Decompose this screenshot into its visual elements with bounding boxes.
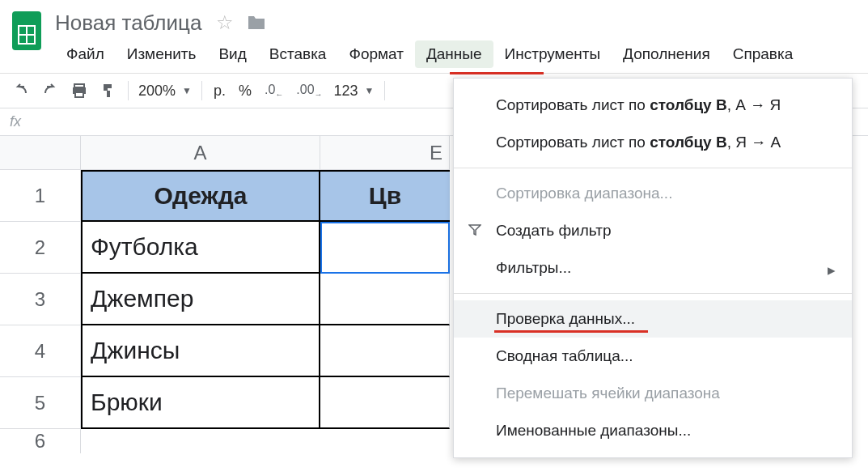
- zoom-value: 200%: [138, 83, 176, 100]
- menu-edit[interactable]: Изменить: [116, 40, 208, 68]
- menu-addons[interactable]: Дополнения: [612, 40, 722, 68]
- cell-b5[interactable]: [320, 377, 450, 429]
- print-button[interactable]: [65, 79, 94, 103]
- menu-bar: Файл Изменить Вид Вставка Формат Данные …: [55, 40, 858, 68]
- fx-label: fx: [10, 113, 21, 130]
- menu-sort-range: Сортировка диапазона...: [454, 175, 852, 212]
- annotation-underline-menu: [450, 72, 544, 74]
- toolbar-separator: [384, 81, 385, 100]
- menu-filters[interactable]: Фильтры... ▸: [454, 249, 852, 287]
- folder-icon[interactable]: [247, 15, 266, 31]
- menu-view[interactable]: Вид: [207, 40, 257, 68]
- more-formats-button[interactable]: 123▼: [329, 79, 379, 103]
- caret-down-icon: ▼: [182, 85, 192, 96]
- undo-button[interactable]: [6, 79, 36, 103]
- menu-named-ranges[interactable]: Именованные диапазоны...: [454, 412, 852, 449]
- caret-down-icon: ▼: [365, 85, 375, 96]
- row-header[interactable]: 2: [0, 222, 81, 274]
- document-title[interactable]: Новая таблица: [55, 11, 201, 36]
- row-header[interactable]: 3: [0, 274, 81, 325]
- increase-decimal-button[interactable]: .00→: [290, 78, 328, 104]
- row-header[interactable]: 1: [0, 170, 81, 222]
- text: Сортировать лист по: [496, 96, 650, 113]
- app-header: Новая таблица ☆ Файл Изменить Вид Вставк…: [0, 0, 868, 68]
- data-menu-dropdown: Сортировать лист по столбцу B, А → Я Сор…: [453, 78, 853, 458]
- row-headers: 1 2 3 4 5 6: [0, 136, 81, 453]
- paint-format-button[interactable]: [94, 78, 123, 104]
- row-header[interactable]: 5: [0, 377, 81, 429]
- select-all-corner[interactable]: [0, 136, 81, 170]
- menu-help[interactable]: Справка: [722, 40, 805, 68]
- menu-file[interactable]: Файл: [55, 40, 116, 68]
- cell-b3[interactable]: [320, 274, 450, 325]
- menu-pivot-table[interactable]: Сводная таблица...: [454, 338, 852, 375]
- filter-icon: [468, 223, 481, 236]
- cell-a4[interactable]: Джинсы: [81, 325, 320, 377]
- cell-b1[interactable]: Цв: [320, 170, 450, 222]
- menu-tools[interactable]: Инструменты: [493, 40, 612, 68]
- text-bold: столбцу B: [650, 96, 727, 113]
- redo-button[interactable]: [36, 79, 65, 103]
- row-header[interactable]: 4: [0, 325, 81, 377]
- format-label: 123: [334, 83, 358, 100]
- text: Фильтры...: [496, 259, 571, 276]
- toolbar-separator: [128, 81, 129, 100]
- title-area: Новая таблица ☆ Файл Изменить Вид Вставк…: [55, 8, 858, 68]
- menu-shuffle-range: Перемешать ячейки диапазона: [454, 375, 852, 412]
- menu-separator: [454, 293, 852, 294]
- text: Создать фильтр: [496, 222, 612, 239]
- menu-separator: [454, 168, 852, 168]
- menu-sort-asc[interactable]: Сортировать лист по столбцу B, А → Я: [454, 87, 852, 124]
- menu-create-filter[interactable]: Создать фильтр: [454, 212, 852, 249]
- column-header-b[interactable]: E: [320, 136, 450, 170]
- star-icon[interactable]: ☆: [216, 11, 234, 34]
- menu-insert[interactable]: Вставка: [258, 40, 338, 68]
- row-header[interactable]: 6: [0, 429, 81, 453]
- zoom-selector[interactable]: 200%▼: [133, 79, 197, 103]
- cell-a5[interactable]: Брюки: [81, 377, 320, 429]
- menu-data-validation[interactable]: Проверка данных...: [454, 300, 852, 338]
- menu-data[interactable]: Данные: [415, 40, 493, 68]
- svg-rect-4: [74, 84, 84, 87]
- text: , А → Я: [727, 96, 781, 113]
- text: Проверка данных...: [496, 310, 635, 327]
- currency-button[interactable]: р.: [207, 79, 232, 103]
- menu-format[interactable]: Формат: [337, 40, 415, 68]
- cell-a2[interactable]: Футболка: [81, 222, 320, 274]
- cell-a1[interactable]: Одежда: [81, 170, 320, 222]
- menu-sort-desc[interactable]: Сортировать лист по столбцу B, Я → А: [454, 124, 852, 161]
- percent-button[interactable]: %: [232, 79, 258, 103]
- text: Сортировать лист по: [496, 134, 650, 151]
- column-header-a[interactable]: A: [81, 136, 320, 170]
- text-bold: столбцу B: [650, 134, 727, 151]
- annotation-underline-item: [494, 330, 648, 333]
- submenu-caret-icon: ▸: [828, 261, 836, 279]
- sheets-logo: [10, 8, 44, 53]
- cell-b2-selected[interactable]: [320, 222, 450, 274]
- toolbar-separator: [201, 81, 202, 100]
- cell-b4[interactable]: [320, 325, 450, 377]
- svg-rect-6: [75, 92, 83, 97]
- cell-a3[interactable]: Джемпер: [81, 274, 320, 325]
- text: , Я → А: [727, 134, 781, 151]
- decrease-decimal-button[interactable]: .0←: [258, 78, 290, 104]
